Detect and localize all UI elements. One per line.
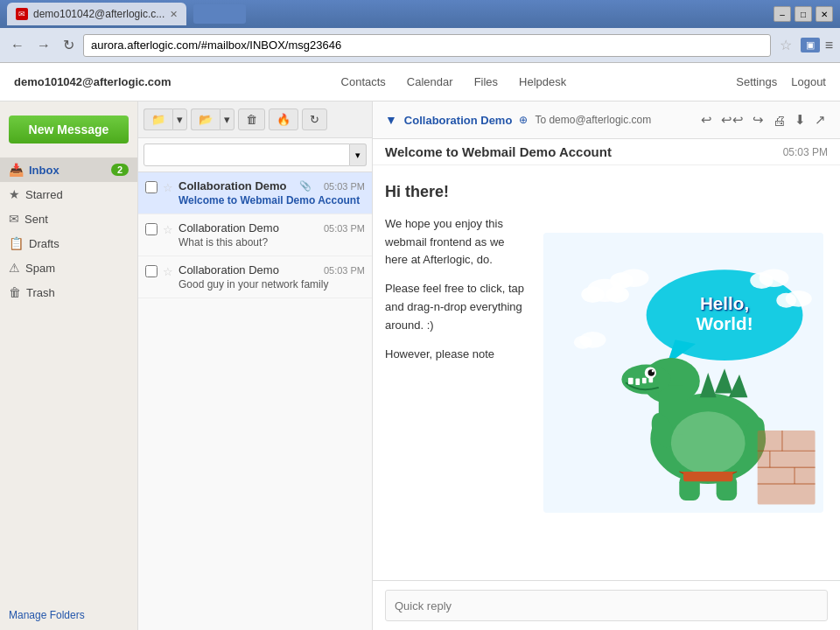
email-text-content: Hi there! We hope you enjoy this webmail… xyxy=(385,179,525,566)
email-sender-3: Collaboration Demo xyxy=(178,263,279,276)
svg-point-11 xyxy=(750,272,773,289)
sidebar-item-drafts[interactable]: 📋 Drafts xyxy=(0,231,137,256)
email-star-2[interactable]: ☆ xyxy=(163,223,173,236)
search-input[interactable] xyxy=(144,144,350,166)
email-subject-3: Good guy in your network family xyxy=(178,278,365,290)
sidebar-item-sent[interactable]: ✉ Sent xyxy=(0,206,137,231)
contacts-link[interactable]: Contacts xyxy=(341,75,386,88)
trash-icon: 🗑 xyxy=(9,285,21,299)
email-star-1[interactable]: ☆ xyxy=(163,181,173,194)
search-row: ▾ xyxy=(138,138,372,172)
archive-dropdown-button[interactable]: ▾ xyxy=(220,108,234,130)
user-email: demo101042@afterlogic.com xyxy=(14,75,172,88)
email-checkbox-3[interactable] xyxy=(145,265,158,277)
starred-icon: ★ xyxy=(9,187,20,201)
sidebar-item-trash-label: Trash xyxy=(26,286,55,299)
sent-icon: ✉ xyxy=(9,212,19,226)
drafts-icon: 📋 xyxy=(9,236,24,250)
email-toolbar: 📁 ▾ 📂 ▾ 🗑 🔥 ↻ xyxy=(138,102,372,138)
email-header-row-3: Collaboration Demo 05:03 PM xyxy=(178,263,365,276)
email-time-1: 05:03 PM xyxy=(324,181,365,192)
bookmark-star-icon[interactable]: ☆ xyxy=(780,37,792,53)
email-star-3[interactable]: ☆ xyxy=(163,265,173,278)
email-body-line1: We hope you enjoy this webmail frontend … xyxy=(385,215,525,270)
helpdesk-link[interactable]: Helpdesk xyxy=(519,75,566,88)
email-item-3[interactable]: ☆ Collaboration Demo 05:03 PM Good guy i… xyxy=(138,256,372,298)
spam-icon: ⚠ xyxy=(9,261,20,275)
svg-point-9 xyxy=(610,272,633,289)
collapse-button[interactable]: ▼ xyxy=(385,113,397,127)
refresh-button[interactable]: ↻ xyxy=(302,108,327,130)
email-list-panel: 📁 ▾ 📂 ▾ 🗑 🔥 ↻ ▾ ☆ xyxy=(138,102,373,630)
sidebar-item-sent-label: Sent xyxy=(24,213,48,226)
address-bar[interactable] xyxy=(83,34,771,57)
app-nav: Contacts Calendar Files Helpdesk xyxy=(341,75,567,88)
archive-button[interactable]: 📂 xyxy=(191,108,220,130)
svg-point-13 xyxy=(776,293,796,308)
email-item-2[interactable]: ☆ Collaboration Demo 05:03 PM What is th… xyxy=(138,214,372,256)
calendar-link[interactable]: Calendar xyxy=(407,75,453,88)
sidebar-item-inbox-label: Inbox xyxy=(29,164,60,177)
download-button[interactable]: ⬇ xyxy=(793,110,808,130)
email-view-subject: Welcome to Webmail Demo Account xyxy=(385,144,612,159)
settings-link[interactable]: Settings xyxy=(736,75,777,88)
restore-button[interactable]: □ xyxy=(794,6,812,22)
logout-link[interactable]: Logout xyxy=(791,75,826,88)
browser-menu-icon[interactable]: ≡ xyxy=(825,38,833,53)
sidebar-item-trash[interactable]: 🗑 Trash xyxy=(0,280,137,304)
email-checkbox-2[interactable] xyxy=(145,223,158,235)
reply-all-button[interactable]: ↩↩ xyxy=(719,110,746,130)
email-content-2: Collaboration Demo 05:03 PM What is this… xyxy=(178,221,365,248)
svg-text:Hello,: Hello, xyxy=(700,293,749,313)
svg-point-7 xyxy=(606,286,629,303)
app-header: demo101042@afterlogic.com Contacts Calen… xyxy=(0,63,840,102)
email-body-line3: However, please note xyxy=(385,346,525,364)
to-info: To demo@afterlogic.com xyxy=(535,114,651,126)
add-contact-icon[interactable]: ⊕ xyxy=(519,114,528,126)
email-checkbox-1[interactable] xyxy=(145,181,158,193)
email-view-header: ▼ Collaboration Demo ⊕ To demo@afterlogi… xyxy=(373,102,840,139)
sidebar-item-spam[interactable]: ⚠ Spam xyxy=(0,256,137,280)
sidebar-item-inbox[interactable]: 📥 Inbox 2 xyxy=(0,158,137,182)
open-external-button[interactable]: ↗ xyxy=(813,110,828,130)
forward-button[interactable]: ↪ xyxy=(751,110,766,130)
fire-button[interactable]: 🔥 xyxy=(269,108,298,130)
email-time-3: 05:03 PM xyxy=(324,265,365,276)
browser-tab[interactable]: ✉ demo101042@afterlogic.c... ✕ xyxy=(7,3,186,25)
forward-button[interactable]: → xyxy=(33,36,54,55)
email-header-row-2: Collaboration Demo 05:03 PM xyxy=(178,221,365,234)
new-message-button[interactable]: New Message xyxy=(9,116,129,144)
tab-title: demo101042@afterlogic.c... xyxy=(33,8,164,20)
reply-button[interactable]: ↩ xyxy=(699,110,714,130)
close-button[interactable]: ✕ xyxy=(816,6,833,22)
extension-icon[interactable]: ▣ xyxy=(801,38,820,52)
move-button[interactable]: 📁 xyxy=(144,108,172,130)
email-view-subject-row: Welcome to Webmail Demo Account 05:03 PM xyxy=(373,139,840,165)
back-button[interactable]: ← xyxy=(7,36,28,55)
email-sender-2: Collaboration Demo xyxy=(178,221,279,234)
print-button[interactable]: 🖨 xyxy=(771,111,788,130)
email-attach-1: 📎 xyxy=(299,180,312,192)
minimize-button[interactable]: – xyxy=(774,6,791,22)
svg-point-34 xyxy=(671,411,746,474)
email-content-1: Collaboration Demo 📎 05:03 PM Welcome to… xyxy=(178,179,365,206)
delete-button[interactable]: 🗑 xyxy=(238,108,265,130)
sidebar-item-starred[interactable]: ★ Starred xyxy=(0,182,137,206)
email-content-3: Collaboration Demo 05:03 PM Good guy in … xyxy=(178,263,365,290)
quick-reply-area xyxy=(373,580,840,630)
sidebar: New Message 📥 Inbox 2 ★ Starred ✉ Sent 📋… xyxy=(0,102,138,630)
sidebar-item-spam-label: Spam xyxy=(25,262,55,275)
reload-button[interactable]: ↻ xyxy=(60,35,78,55)
files-link[interactable]: Files xyxy=(474,75,498,88)
move-dropdown-button[interactable]: ▾ xyxy=(172,108,187,130)
search-dropdown-button[interactable]: ▾ xyxy=(350,144,367,166)
quick-reply-input[interactable] xyxy=(385,590,828,621)
window-controls: – □ ✕ xyxy=(774,6,833,22)
browser-navbar: ← → ↻ ☆ ▣ ≡ xyxy=(0,28,840,63)
email-item-1[interactable]: ☆ Collaboration Demo 📎 05:03 PM Welcome … xyxy=(138,172,372,214)
tab-close-icon[interactable]: ✕ xyxy=(170,9,178,20)
svg-rect-21 xyxy=(635,379,640,386)
manage-folders-link[interactable]: Manage Folders xyxy=(0,600,137,630)
svg-rect-20 xyxy=(628,378,634,385)
dino-svg: Hello, World! xyxy=(543,233,823,513)
